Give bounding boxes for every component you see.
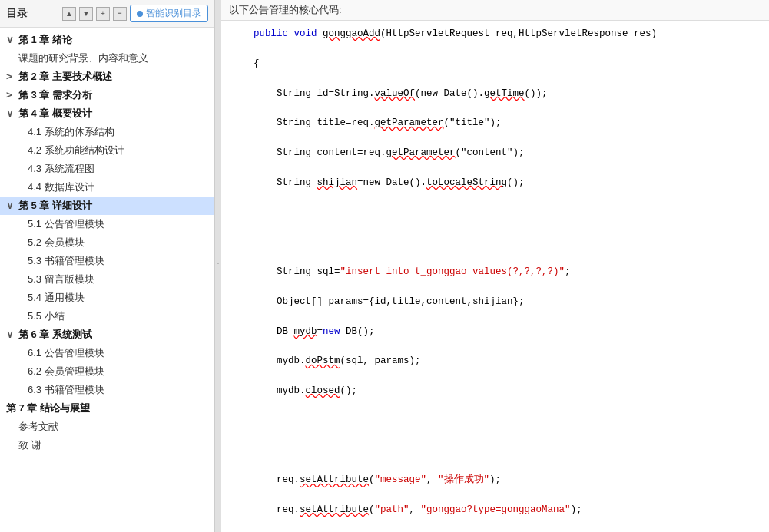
- sidebar-item-ch6[interactable]: ∨第 6 章 系统测试: [0, 325, 214, 344]
- sidebar-item-ch4-4[interactable]: 4.4 数据库设计: [0, 178, 214, 197]
- sidebar-item-ch5-1[interactable]: 5.1 公告管理模块: [0, 215, 214, 233]
- ch4-toggle-icon: ∨: [6, 107, 15, 119]
- code-line: String title=req.getParameter("title");: [230, 116, 760, 131]
- ch3-toggle-icon: >: [6, 89, 15, 101]
- sidebar-item-ch4-1[interactable]: 4.1 系统的体系结构: [0, 123, 214, 141]
- code-line: [230, 414, 760, 428]
- code-line: [230, 235, 760, 249]
- code-line: [230, 206, 760, 220]
- panel-divider[interactable]: ⋮: [215, 0, 221, 532]
- ch2-toggle-icon: >: [6, 71, 15, 82]
- ch1-toggle-icon: ∨: [6, 34, 15, 45]
- code-header: 以下公告管理的核心代码:: [221, 0, 769, 21]
- sidebar-item-ch5-4[interactable]: 5.4 通用模块: [0, 289, 214, 307]
- sidebar-item-ch5-2[interactable]: 5.2 会员模块: [0, 233, 214, 252]
- code-line: Object[] params={id,title,content,shijia…: [230, 295, 760, 309]
- sidebar-item-ch1-sub1[interactable]: 课题的研究背景、内容和意义: [0, 49, 214, 68]
- code-line: String shijian=new Date().toLocaleString…: [230, 176, 760, 190]
- sidebar-item-ref[interactable]: 参考文献: [0, 418, 214, 436]
- sidebar: 目录 ▲ ▼ + ≡ 智能识别目录 ∨第 1 章 绪论 课题的研究背景、内容和意…: [0, 0, 215, 532]
- sidebar-item-ack[interactable]: 致 谢: [0, 436, 214, 454]
- sidebar-item-ch5-5[interactable]: 5.5 小结: [0, 307, 214, 325]
- sidebar-item-ch6-2[interactable]: 6.2 会员管理模块: [0, 362, 214, 381]
- code-line: mydb.doPstm(sql, params);: [230, 354, 760, 368]
- code-line: String id=String.valueOf(new Date().getT…: [230, 87, 760, 101]
- sidebar-header: 目录 ▲ ▼ + ≡ 智能识别目录: [0, 0, 214, 28]
- nav-menu-button[interactable]: ≡: [113, 7, 127, 21]
- sidebar-item-ch7[interactable]: 第 7 章 结论与展望: [0, 399, 214, 418]
- sidebar-item-ch3[interactable]: >第 3 章 需求分析: [0, 86, 214, 104]
- code-line: req.setAttribute("message", "操作成功");: [230, 473, 760, 487]
- ch5-toggle-icon: ∨: [6, 200, 15, 211]
- sidebar-item-ch5[interactable]: ∨第 5 章 详细设计: [0, 197, 214, 215]
- code-line: String sql="insert into t_gonggao values…: [230, 265, 760, 279]
- sidebar-item-ch5-3[interactable]: 5.3 书籍管理模块: [0, 252, 214, 270]
- sidebar-item-ch6-3[interactable]: 6.3 书籍管理模块: [0, 381, 214, 399]
- code-panel: 以下公告管理的核心代码: public void gonggaoAdd(Http…: [221, 0, 769, 532]
- sidebar-item-ch4-2[interactable]: 4.2 系统功能结构设计: [0, 141, 214, 160]
- nav-add-button[interactable]: +: [96, 7, 110, 21]
- ai-dot-icon: [137, 11, 143, 17]
- sidebar-item-ch4[interactable]: ∨第 4 章 概要设计: [0, 104, 214, 123]
- sidebar-item-ch5-3b[interactable]: 5.3 留言版模块: [0, 270, 214, 289]
- nav-up-button[interactable]: ▲: [62, 7, 76, 21]
- code-content[interactable]: public void gonggaoAdd(HttpServletReques…: [221, 21, 769, 532]
- code-line: [230, 444, 760, 458]
- sidebar-nav: ∨第 1 章 绪论 课题的研究背景、内容和意义 >第 2 章 主要技术概述 >第…: [0, 28, 214, 532]
- sidebar-title: 目录: [6, 7, 28, 21]
- code-line: String content=req.getParameter("content…: [230, 146, 760, 160]
- sidebar-controls: ▲ ▼ + ≡ 智能识别目录: [62, 5, 208, 22]
- code-line: DB mydb=new DB();: [230, 325, 760, 339]
- code-line: {: [230, 57, 760, 71]
- sidebar-item-ch6-1[interactable]: 6.1 公告管理模块: [0, 344, 214, 362]
- sidebar-item-ch4-3[interactable]: 4.3 系统流程图: [0, 160, 214, 178]
- nav-down-button[interactable]: ▼: [79, 7, 93, 21]
- code-line: public void gonggaoAdd(HttpServletReques…: [230, 27, 760, 41]
- ai-button-label: 智能识别目录: [146, 7, 201, 20]
- code-header-text: 以下公告管理的核心代码:: [229, 4, 342, 15]
- code-line: req.setAttribute("path", "gonggao?type=g…: [230, 503, 760, 517]
- sidebar-item-ch2[interactable]: >第 2 章 主要技术概述: [0, 68, 214, 86]
- code-block: public void gonggaoAdd(HttpServletReques…: [221, 21, 769, 532]
- ai-recognize-button[interactable]: 智能识别目录: [130, 5, 208, 22]
- code-line: mydb.closed();: [230, 384, 760, 398]
- sidebar-item-ch1[interactable]: ∨第 1 章 绪论: [0, 31, 214, 49]
- ch6-toggle-icon: ∨: [6, 329, 15, 340]
